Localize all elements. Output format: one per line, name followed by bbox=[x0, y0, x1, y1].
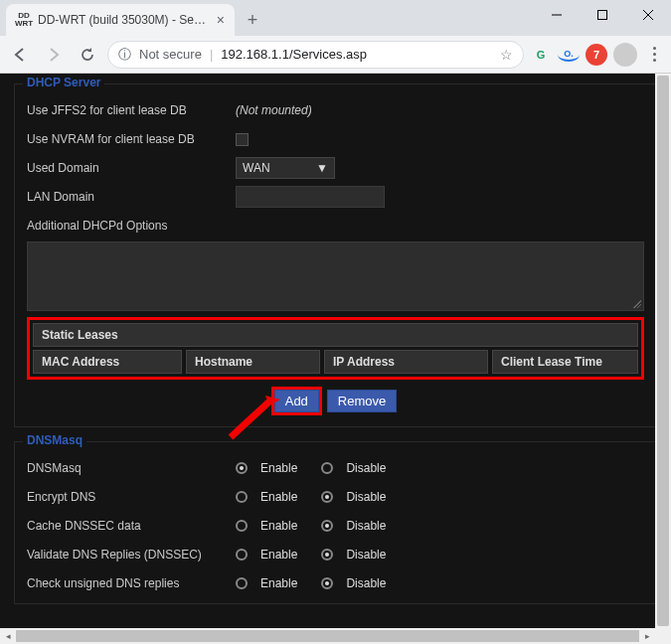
static-leases-columns: MAC Address Hostname IP Address Client L… bbox=[33, 350, 638, 374]
forward-button[interactable] bbox=[40, 41, 68, 69]
disable-radio[interactable] bbox=[321, 549, 333, 561]
dnsmasq-row: Check unsigned DNS repliesEnableDisable bbox=[27, 570, 644, 596]
dnsmasq-legend: DNSMasq bbox=[23, 433, 86, 447]
disable-radio[interactable] bbox=[321, 462, 333, 474]
svg-line-5 bbox=[231, 402, 269, 437]
lease-buttons-row: Add Remove bbox=[27, 390, 644, 412]
tab-title: DD-WRT (build 35030M) - Servic bbox=[38, 13, 209, 27]
dhcp-server-fieldset: DHCP Server Use JFFS2 for client lease D… bbox=[14, 83, 657, 427]
additional-options-label: Additional DHCPd Options bbox=[27, 219, 167, 233]
close-tab-icon[interactable]: × bbox=[217, 12, 225, 28]
bookmark-star-icon[interactable]: ☆ bbox=[500, 47, 513, 63]
security-label: Not secure bbox=[139, 47, 202, 62]
static-leases-highlight: Static Leases MAC Address Hostname IP Ad… bbox=[27, 317, 644, 380]
lan-domain-label: LAN Domain bbox=[27, 190, 236, 204]
extension-grammarly-icon[interactable]: G bbox=[530, 44, 552, 66]
window-close-button[interactable] bbox=[625, 0, 671, 30]
horizontal-scrollbar[interactable]: ◂ ▸ bbox=[0, 628, 671, 644]
extension-blue-icon[interactable]: О. bbox=[558, 48, 580, 62]
col-hostname: Hostname bbox=[186, 350, 320, 374]
col-mac: MAC Address bbox=[33, 350, 182, 374]
enable-label: Enable bbox=[260, 490, 297, 504]
vertical-scrollbar[interactable] bbox=[655, 74, 671, 628]
nvram-checkbox[interactable] bbox=[236, 133, 249, 146]
static-leases-header: Static Leases bbox=[33, 323, 638, 347]
enable-radio[interactable] bbox=[236, 577, 248, 589]
enable-radio[interactable] bbox=[236, 520, 248, 532]
profile-avatar[interactable] bbox=[613, 43, 637, 67]
nvram-label: Use NVRAM for client lease DB bbox=[27, 132, 236, 146]
favicon: DDWRT bbox=[16, 12, 32, 28]
disable-label: Disable bbox=[346, 519, 386, 533]
url-text: 192.168.1.1/Services.asp bbox=[221, 47, 367, 62]
svg-rect-1 bbox=[598, 11, 607, 20]
dnsmasq-row-label: Encrypt DNS bbox=[27, 490, 236, 504]
enable-label: Enable bbox=[260, 461, 297, 475]
disable-radio[interactable] bbox=[321, 520, 333, 532]
dnsmasq-fieldset: DNSMasq DNSMasqEnableDisableEncrypt DNSE… bbox=[14, 441, 657, 604]
disable-label: Disable bbox=[346, 576, 386, 590]
scroll-left-arrow[interactable]: ◂ bbox=[0, 628, 16, 644]
address-bar[interactable]: ⓘ Not secure | 192.168.1.1/Services.asp … bbox=[107, 41, 524, 69]
dnsmasq-row: Cache DNSSEC dataEnableDisable bbox=[27, 513, 644, 539]
remove-button[interactable]: Remove bbox=[327, 390, 397, 412]
disable-label: Disable bbox=[346, 461, 386, 475]
dnsmasq-row-label: DNSMasq bbox=[27, 461, 236, 475]
enable-label: Enable bbox=[260, 548, 297, 562]
add-button[interactable]: Add bbox=[274, 390, 319, 412]
disable-label: Disable bbox=[346, 490, 386, 504]
chevron-down-icon: ▼ bbox=[316, 161, 328, 175]
disable-label: Disable bbox=[346, 548, 386, 562]
col-client-lease-time: Client Lease Time bbox=[492, 350, 638, 374]
extension-red-icon[interactable]: 7 bbox=[586, 44, 607, 66]
enable-radio[interactable] bbox=[236, 549, 248, 561]
dnsmasq-row: Validate DNS Replies (DNSSEC)EnableDisab… bbox=[27, 542, 644, 567]
window-maximize-button[interactable] bbox=[580, 0, 625, 30]
vertical-scroll-thumb[interactable] bbox=[657, 76, 669, 626]
dhcp-legend: DHCP Server bbox=[23, 76, 104, 89]
back-button[interactable] bbox=[6, 41, 34, 69]
browser-menu-button[interactable] bbox=[643, 47, 665, 62]
site-info-icon[interactable]: ⓘ bbox=[118, 46, 131, 64]
enable-label: Enable bbox=[260, 519, 297, 533]
horizontal-scroll-thumb[interactable] bbox=[16, 630, 641, 642]
scroll-right-arrow[interactable]: ▸ bbox=[639, 628, 655, 644]
used-domain-label: Used Domain bbox=[27, 161, 236, 175]
new-tab-button[interactable]: + bbox=[239, 6, 266, 34]
enable-radio[interactable] bbox=[236, 491, 248, 503]
disable-radio[interactable] bbox=[321, 491, 333, 503]
dnsmasq-row: Encrypt DNSEnableDisable bbox=[27, 484, 644, 510]
window-minimize-button[interactable] bbox=[534, 0, 580, 30]
jffs2-label: Use JFFS2 for client lease DB bbox=[27, 103, 236, 117]
jffs2-note: (Not mounted) bbox=[236, 103, 312, 117]
lan-domain-input[interactable] bbox=[236, 186, 385, 208]
dnsmasq-row-label: Check unsigned DNS replies bbox=[27, 576, 236, 590]
disable-radio[interactable] bbox=[321, 577, 333, 589]
col-ip: IP Address bbox=[324, 350, 488, 374]
dnsmasq-row-label: Validate DNS Replies (DNSSEC) bbox=[27, 548, 236, 562]
page-content: DHCP Server Use JFFS2 for client lease D… bbox=[0, 74, 671, 628]
additional-options-textarea[interactable] bbox=[27, 242, 644, 311]
enable-label: Enable bbox=[260, 576, 297, 590]
browser-tab[interactable]: DDWRT DD-WRT (build 35030M) - Servic × bbox=[6, 4, 235, 36]
dnsmasq-row: DNSMasqEnableDisable bbox=[27, 455, 644, 481]
window-titlebar: DDWRT DD-WRT (build 35030M) - Servic × + bbox=[0, 0, 671, 36]
browser-toolbar: ⓘ Not secure | 192.168.1.1/Services.asp … bbox=[0, 36, 671, 74]
enable-radio[interactable] bbox=[236, 462, 248, 474]
dnsmasq-row-label: Cache DNSSEC data bbox=[27, 519, 236, 533]
reload-button[interactable] bbox=[74, 41, 101, 69]
used-domain-select[interactable]: WAN ▼ bbox=[236, 157, 335, 179]
